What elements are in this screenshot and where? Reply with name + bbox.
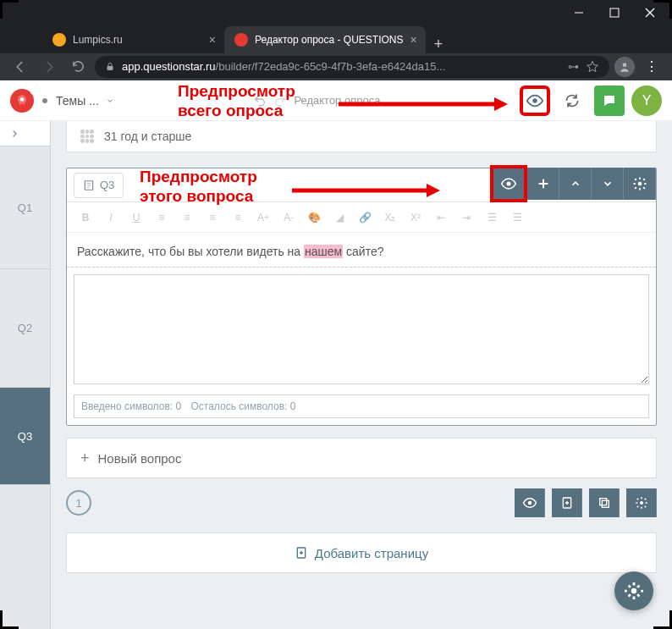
chevron-down-icon <box>602 178 614 190</box>
eye-icon <box>526 91 544 110</box>
favicon-icon <box>234 33 248 47</box>
answer-textarea[interactable] <box>74 274 649 384</box>
list-number-button[interactable]: ☰ <box>505 206 529 229</box>
sidebar-item-q2[interactable]: Q2 <box>0 269 50 388</box>
preview-survey-button[interactable] <box>520 86 550 116</box>
font-decrease-button[interactable]: A- <box>277 206 300 229</box>
frame-corner <box>653 610 672 629</box>
minimize-icon[interactable] <box>574 8 584 18</box>
chevron-right-icon <box>10 130 19 138</box>
undo-icon[interactable] <box>253 94 267 108</box>
list-bullet-button[interactable]: ☰ <box>480 206 504 229</box>
add-page-bar[interactable]: Добавить страницу <box>66 532 657 573</box>
themes-label: Темы ... <box>56 94 99 108</box>
italic-button[interactable]: I <box>99 206 123 229</box>
key-icon[interactable]: ⊶ <box>568 60 579 73</box>
app-logo[interactable]: ★ <box>10 89 34 113</box>
svg-point-22 <box>640 501 643 505</box>
svg-rect-21 <box>602 500 609 507</box>
forward-button <box>37 55 61 79</box>
svg-point-16 <box>507 182 511 186</box>
link-button[interactable]: 🔗 <box>353 206 377 229</box>
chat-icon <box>602 93 617 108</box>
reload-button[interactable] <box>66 55 90 79</box>
profile-icon[interactable] <box>614 57 635 77</box>
preview-page-button[interactable] <box>515 488 545 517</box>
url-bar[interactable]: app.questionstar.ru/builder/f72eda9c-65c… <box>95 56 609 78</box>
copy-icon <box>598 496 611 510</box>
svg-point-5 <box>623 63 627 67</box>
subscript-button[interactable]: X₂ <box>378 206 402 229</box>
format-toolbar: B I U ≡ ≡ ≡ ≡ A+ A- 🎨 ◢ 🔗 X₂ X² ⇤ ⇥ ☰ ☰ <box>67 202 656 233</box>
align-justify-button[interactable]: ≡ <box>226 206 250 229</box>
close-tab-icon[interactable]: × <box>410 33 417 47</box>
gear-icon <box>625 582 643 600</box>
add-page-label: Добавить страницу <box>315 546 428 560</box>
svg-point-17 <box>637 182 642 186</box>
status-dot <box>42 98 47 103</box>
tab-lumpics[interactable]: Lumpics.ru × <box>42 26 224 53</box>
browser-chrome: Lumpics.ru × Редактор опроса - QUESTIONS… <box>0 0 672 80</box>
indent-right-button[interactable]: ⇥ <box>454 206 478 229</box>
chevron-down-icon <box>106 97 114 105</box>
window-controls <box>0 0 672 26</box>
settings-button[interactable] <box>624 168 656 200</box>
drag-handle-icon[interactable] <box>80 130 94 143</box>
close-tab-icon[interactable]: × <box>209 33 216 47</box>
align-right-button[interactable]: ≡ <box>201 206 224 229</box>
svg-point-18 <box>527 501 532 505</box>
new-tab-button[interactable]: + <box>426 36 452 53</box>
question-prompt[interactable]: Расскажите, что бы вы хотели видеть на н… <box>67 233 656 268</box>
answer-label: 31 год и старше <box>104 130 191 143</box>
browser-menu-icon[interactable]: ⋮ <box>640 55 664 79</box>
align-center-button[interactable]: ≡ <box>175 206 199 229</box>
refresh-button[interactable] <box>557 86 587 116</box>
frame-corner <box>0 610 19 629</box>
frame-corner <box>653 0 672 19</box>
tab-questionstar[interactable]: Редактор опроса - QUESTIONS × <box>224 26 426 53</box>
preview-question-button[interactable] <box>490 165 527 202</box>
page-number-badge[interactable]: 1 <box>66 490 91 516</box>
answer-option-row[interactable]: 31 год и старше <box>66 121 657 152</box>
font-increase-button[interactable]: A+ <box>251 206 275 229</box>
sidebar-collapse-button[interactable] <box>0 121 50 146</box>
help-fab[interactable] <box>614 571 653 610</box>
text-color-button[interactable]: 🎨 <box>302 206 326 229</box>
duplicate-button[interactable] <box>589 488 620 517</box>
question-type-badge[interactable]: Q3 <box>74 173 124 198</box>
highlight-button[interactable]: ◢ <box>328 206 351 229</box>
svg-point-24 <box>631 588 636 593</box>
superscript-button[interactable]: X² <box>404 206 427 229</box>
chat-button[interactable] <box>594 86 625 116</box>
back-button[interactable] <box>8 55 32 79</box>
add-question-button[interactable] <box>527 168 559 200</box>
bold-button[interactable]: B <box>74 206 97 229</box>
align-left-button[interactable]: ≡ <box>150 206 174 229</box>
indent-left-button[interactable]: ⇤ <box>429 206 453 229</box>
user-avatar[interactable]: Y <box>631 86 662 116</box>
underline-button[interactable]: U <box>124 206 148 229</box>
file-plus-icon <box>295 546 308 560</box>
sidebar-item-q3[interactable]: Q3 <box>0 388 50 485</box>
redo-icon[interactable] <box>273 94 287 108</box>
gear-icon <box>632 176 647 191</box>
new-question-label: Новый вопрос <box>98 451 182 466</box>
avatar-letter: Y <box>642 93 652 108</box>
new-question-button[interactable]: + Новый вопрос <box>66 438 657 478</box>
eye-icon <box>522 495 537 510</box>
bookmark-star-icon[interactable] <box>586 60 599 74</box>
sidebar-item-q1[interactable]: Q1 <box>0 146 50 269</box>
plus-icon: + <box>80 450 90 467</box>
question-actions <box>490 168 656 202</box>
file-plus-icon <box>560 496 574 510</box>
frame-corner <box>0 0 19 19</box>
maximize-icon[interactable] <box>609 8 620 18</box>
svg-rect-4 <box>107 66 113 70</box>
move-down-button[interactable] <box>592 168 624 200</box>
page-settings-button[interactable] <box>626 488 657 517</box>
sidebar: Q1 Q2 Q3 <box>0 121 51 629</box>
move-up-button[interactable] <box>559 168 592 200</box>
add-page-button[interactable] <box>552 488 582 517</box>
themes-dropdown[interactable]: Темы ... <box>56 94 114 108</box>
gear-icon <box>635 496 648 510</box>
